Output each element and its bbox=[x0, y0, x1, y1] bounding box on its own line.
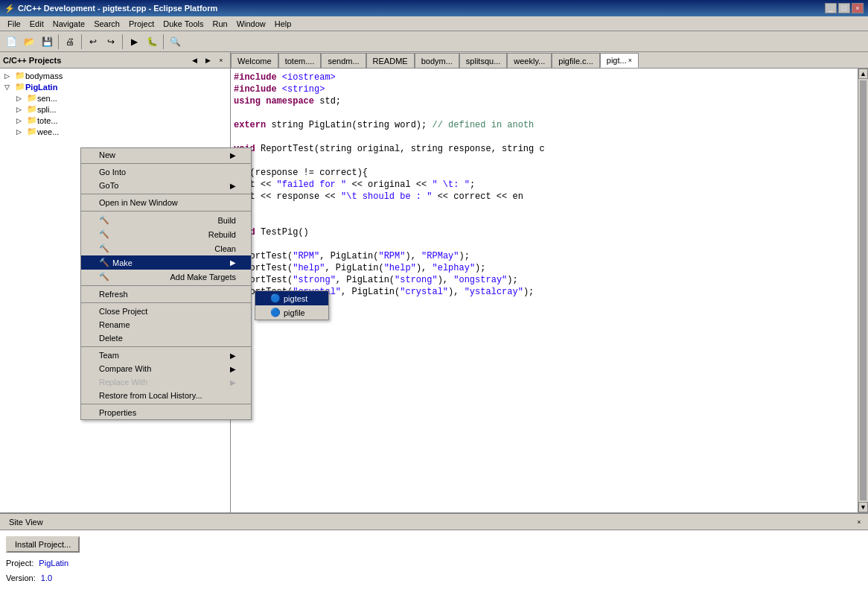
code-line: void ReportTest(string original, string … bbox=[234, 143, 855, 155]
code-line bbox=[234, 131, 855, 143]
ctx-close-project[interactable]: Close Project bbox=[81, 305, 251, 318]
ctx-add-make-targets[interactable]: 🔨 Add Make Targets bbox=[81, 270, 251, 284]
ctx-go-into[interactable]: Go Into bbox=[81, 165, 251, 179]
menu-project[interactable]: Project bbox=[124, 18, 159, 30]
menu-run[interactable]: Run bbox=[208, 18, 232, 30]
minimize-button[interactable]: _ bbox=[825, 3, 837, 13]
tree-item[interactable]: ▷ 📁 sen... bbox=[1, 92, 229, 104]
sub-item-pigtest[interactable]: 🔵 pigtest bbox=[255, 291, 328, 305]
tab-pigt[interactable]: pigt... × bbox=[600, 53, 639, 68]
scrollbar-vertical[interactable]: ▲ ▼ bbox=[858, 69, 868, 512]
folder-icon: 📁 bbox=[15, 71, 25, 80]
maximize-button[interactable]: □ bbox=[838, 3, 850, 13]
tab-totem[interactable]: totem.... bbox=[278, 53, 322, 68]
ctx-delete[interactable]: Delete bbox=[81, 331, 251, 345]
toolbar: 📄 📂 💾 🖨 ↩ ↪ ▶ 🐛 🔍 bbox=[0, 31, 868, 52]
code-line bbox=[234, 238, 855, 250]
ctx-properties[interactable]: Properties bbox=[81, 406, 251, 419]
project-value: PigLatin bbox=[39, 559, 68, 568]
ctx-restore-label: Restore from Local History... bbox=[99, 391, 202, 400]
tree-item[interactable]: ▽ 📁 PigLatin bbox=[1, 81, 229, 92]
tab-sendm[interactable]: sendm... bbox=[321, 53, 366, 68]
code-line: cout << response << "\t should be : " <<… bbox=[234, 191, 855, 203]
menu-help[interactable]: Help bbox=[270, 18, 296, 30]
code-line: ReportTest("RPM", PigLatin("RPM"), "RPMa… bbox=[234, 250, 855, 262]
tab-splitsqu[interactable]: splitsqu... bbox=[459, 53, 507, 68]
tree-item[interactable]: ▷ 📁 spli... bbox=[1, 104, 229, 115]
menu-search[interactable]: Search bbox=[89, 18, 124, 30]
code-line bbox=[234, 214, 855, 226]
toolbar-print[interactable]: 🖨 bbox=[62, 34, 78, 50]
menu-duke-tools[interactable]: Duke Tools bbox=[159, 18, 208, 30]
scroll-up-btn[interactable]: ▲ bbox=[858, 69, 868, 79]
menu-navigate[interactable]: Navigate bbox=[48, 18, 89, 30]
tree-item[interactable]: ▷ 📁 bodymass bbox=[1, 70, 229, 81]
ctx-goto[interactable]: GoTo ▶ bbox=[81, 179, 251, 192]
submenu-arrow-icon: ▶ bbox=[230, 352, 236, 360]
tree-item[interactable]: ▷ 📁 tote... bbox=[1, 115, 229, 126]
toolbar-run[interactable]: ▶ bbox=[126, 34, 142, 50]
install-project-button[interactable]: Install Project... bbox=[6, 536, 80, 553]
toolbar-search[interactable]: 🔍 bbox=[167, 34, 183, 50]
toolbar-undo[interactable]: ↩ bbox=[85, 34, 101, 50]
ctx-properties-label: Properties bbox=[99, 408, 136, 417]
title-bar-controls[interactable]: _ □ × bbox=[825, 3, 864, 13]
sub-item-pigfile[interactable]: 🔵 pigfile bbox=[255, 305, 328, 320]
tab-bodym[interactable]: bodym... bbox=[415, 53, 459, 68]
expand-icon: ▷ bbox=[16, 128, 27, 136]
sub-pigfile-icon: 🔵 bbox=[270, 308, 281, 317]
ctx-team[interactable]: Team ▶ bbox=[81, 349, 251, 362]
toolbar-new[interactable]: 📄 bbox=[3, 34, 19, 50]
tab-weekly[interactable]: weekly... bbox=[507, 53, 552, 68]
scroll-down-btn[interactable]: ▼ bbox=[858, 502, 868, 512]
ctx-replace-with: Replace With ▶ bbox=[81, 375, 251, 389]
tree-label: spli... bbox=[37, 105, 57, 114]
ctx-clean[interactable]: 🔨 Clean bbox=[81, 241, 251, 255]
ctx-new[interactable]: New ▶ bbox=[81, 148, 251, 162]
panel-close[interactable]: × bbox=[215, 54, 227, 66]
close-button[interactable]: × bbox=[852, 3, 864, 13]
folder-icon: 📁 bbox=[27, 115, 37, 125]
sub-pigtest-label: pigtest bbox=[284, 294, 307, 303]
folder-icon: 📁 bbox=[27, 93, 37, 103]
menu-edit[interactable]: Edit bbox=[25, 18, 48, 30]
ctx-rebuild[interactable]: 🔨 Rebuild bbox=[81, 227, 251, 241]
tree-item[interactable]: ▷ 📁 wee... bbox=[1, 126, 229, 137]
ctx-build[interactable]: 🔨 Build bbox=[81, 213, 251, 227]
ctx-team-label: Team bbox=[99, 351, 119, 360]
ctx-restore-from-local-history[interactable]: Restore from Local History... bbox=[81, 389, 251, 402]
ctx-new-label: New bbox=[99, 150, 115, 159]
toolbar-sep-2 bbox=[81, 34, 82, 49]
toolbar-redo[interactable]: ↪ bbox=[103, 34, 119, 50]
code-line: using namespace std; bbox=[234, 95, 855, 107]
ctx-replace-with-label: Replace With bbox=[99, 378, 147, 387]
bottom-panel-close[interactable]: × bbox=[853, 516, 865, 528]
ctx-rename-label: Rename bbox=[99, 320, 130, 329]
ctx-rename[interactable]: Rename bbox=[81, 318, 251, 331]
toolbar-debug[interactable]: 🐛 bbox=[144, 34, 160, 50]
menu-file[interactable]: File bbox=[3, 18, 25, 30]
main-area: C/C++ Projects ◀ ▶ × ▷ 📁 bodymass ▽ 📁 Pi… bbox=[0, 52, 868, 512]
tab-readme[interactable]: README bbox=[366, 53, 415, 68]
tab-welcome[interactable]: Welcome bbox=[231, 53, 278, 68]
build-icon: 🔨 bbox=[99, 215, 109, 225]
ctx-go-into-label: Go Into bbox=[99, 168, 126, 177]
tab-pigfile[interactable]: pigfile.c... bbox=[552, 53, 599, 68]
sub-pigtest-icon: 🔵 bbox=[270, 293, 281, 303]
ctx-open-new-window[interactable]: Open in New Window bbox=[81, 196, 251, 209]
ctx-make[interactable]: 🔨 Make ▶ bbox=[81, 255, 251, 270]
toolbar-open[interactable]: 📂 bbox=[21, 34, 37, 50]
ctx-refresh[interactable]: Refresh bbox=[81, 287, 251, 301]
ctx-compare-with[interactable]: Compare With ▶ bbox=[81, 362, 251, 375]
tree-label: tote... bbox=[37, 116, 58, 125]
code-line: extern string PigLatin(string word); // … bbox=[234, 119, 855, 131]
tab-close-icon[interactable]: × bbox=[628, 57, 632, 64]
ctx-clean-label: Clean bbox=[214, 244, 236, 253]
toolbar-save[interactable]: 💾 bbox=[39, 34, 55, 50]
panel-back[interactable]: ◀ bbox=[188, 54, 200, 66]
menu-window[interactable]: Window bbox=[232, 18, 270, 30]
expand-icon: ▷ bbox=[16, 95, 27, 102]
panel-forward[interactable]: ▶ bbox=[202, 54, 214, 66]
version-label: Version: bbox=[6, 573, 36, 582]
scroll-thumb[interactable] bbox=[860, 80, 867, 500]
